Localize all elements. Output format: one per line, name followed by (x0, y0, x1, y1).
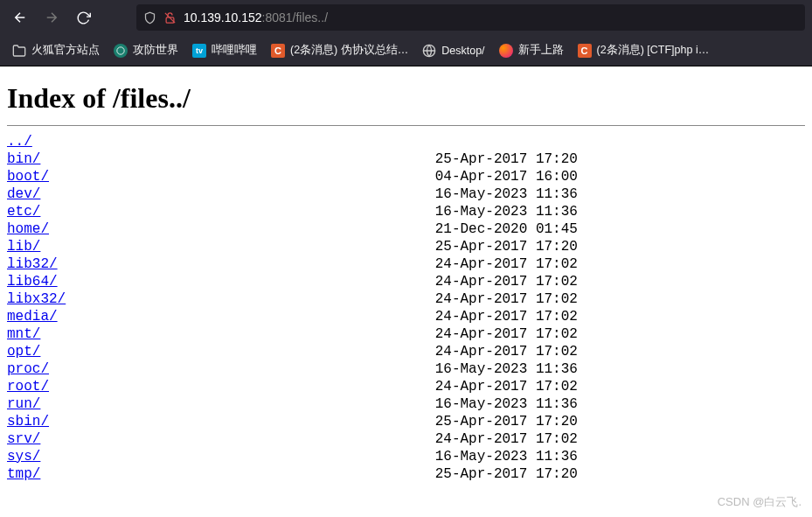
forward-button[interactable] (38, 4, 65, 31)
listing-link[interactable]: home/ (7, 221, 49, 237)
bookmark-label: 火狐官方站点 (31, 43, 100, 58)
listing-link[interactable]: ../ (7, 134, 32, 150)
browser-toolbar: 10.139.10.152:8081/files../ (0, 0, 812, 35)
listing-link[interactable]: tmp/ (7, 466, 40, 482)
bookmark-icon (12, 44, 26, 58)
listing-link[interactable]: sys/ (7, 449, 40, 465)
bookmark-label: (2条消息) 伪协议总结… (290, 43, 408, 58)
directory-listing: ../ bin/ 25-Apr-2017 17:20 boot/ 04-Apr-… (7, 133, 805, 483)
listing-link[interactable]: dev/ (7, 186, 40, 202)
shield-icon (143, 11, 156, 24)
bookmark-icon (422, 44, 436, 58)
listing-link[interactable]: srv/ (7, 431, 40, 447)
arrow-right-icon (44, 10, 59, 25)
listing-link[interactable]: root/ (7, 379, 49, 395)
listing-link[interactable]: mnt/ (7, 326, 40, 342)
reload-icon (76, 10, 91, 25)
listing-link[interactable]: opt/ (7, 344, 40, 360)
listing-link[interactable]: lib64/ (7, 274, 58, 290)
page-content: Index of /files../ ../ bin/ 25-Apr-2017 … (0, 66, 812, 490)
lock-insecure-icon (163, 11, 177, 24)
listing-link[interactable]: media/ (7, 309, 58, 325)
url-text: 10.139.10.152:8081/files../ (184, 10, 328, 24)
bookmark-label: 新手上路 (518, 43, 564, 58)
listing-link[interactable]: lib32/ (7, 256, 58, 272)
listing-link[interactable]: proc/ (7, 361, 49, 377)
bookmark-icon: tv (192, 44, 206, 58)
bookmark-item[interactable]: 新手上路 (494, 39, 569, 61)
bookmark-label: 攻防世界 (133, 43, 178, 58)
bookmark-icon (114, 44, 128, 58)
listing-link[interactable]: run/ (7, 396, 40, 412)
reload-button[interactable] (70, 4, 96, 31)
listing-link[interactable]: bin/ (7, 151, 40, 167)
arrow-left-icon (12, 10, 28, 25)
bookmark-label: Desktop/ (441, 45, 484, 57)
bookmark-item[interactable]: C(2条消息) [CTF]php i… (573, 39, 715, 61)
bookmark-icon: C (271, 44, 285, 58)
address-bar[interactable]: 10.139.10.152:8081/files../ (136, 4, 805, 31)
bookmark-item[interactable]: 火狐官方站点 (7, 39, 105, 61)
listing-link[interactable]: sbin/ (7, 414, 49, 430)
bookmark-item[interactable]: Desktop/ (417, 40, 489, 61)
bookmark-item[interactable]: 攻防世界 (108, 39, 184, 61)
listing-link[interactable]: lib/ (7, 239, 40, 255)
bookmark-label: 哔哩哔哩 (212, 43, 257, 58)
watermark: CSDN @白云飞. (718, 494, 802, 510)
bookmark-icon: C (578, 44, 592, 58)
svg-point-2 (117, 46, 124, 53)
bookmark-label: (2条消息) [CTF]php i… (597, 43, 710, 58)
listing-link[interactable]: libx32/ (7, 291, 66, 307)
back-button[interactable] (7, 4, 33, 31)
listing-link[interactable]: etc/ (7, 204, 40, 220)
listing-link[interactable]: boot/ (7, 169, 49, 185)
divider (7, 125, 805, 126)
page-title: Index of /files../ (7, 82, 805, 115)
bookmark-icon (499, 44, 513, 58)
bookmark-item[interactable]: C(2条消息) 伪协议总结… (266, 39, 413, 61)
bookmark-item[interactable]: tv哔哩哔哩 (187, 39, 262, 61)
bookmarks-bar: 火狐官方站点攻防世界tv哔哩哔哩C(2条消息) 伪协议总结…Desktop/新手… (0, 35, 812, 66)
